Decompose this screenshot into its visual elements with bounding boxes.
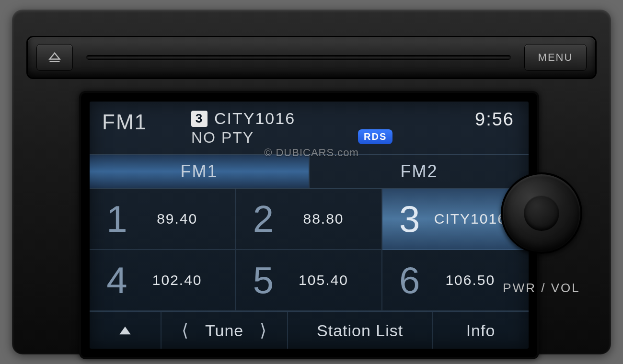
chevron-right-icon: ⟩ — [260, 320, 267, 341]
power-volume-label: PWR / VOL — [503, 281, 580, 296]
station-name: CITY1016 — [214, 109, 295, 128]
preset-number: 4 — [100, 259, 134, 302]
menu-button[interactable]: MENU — [524, 44, 587, 71]
touchscreen: FM1 3 CITY1016 NO PTY RDS 9:56 FM1 FM2 1 — [90, 102, 529, 349]
band-tabs: FM1 FM2 — [90, 154, 529, 189]
preset-value: 105.40 — [280, 272, 381, 288]
preset-grid: 1 89.40 2 88.80 3 CITY1016 4 102.40 5 — [90, 189, 529, 311]
preset-number: 5 — [246, 259, 280, 302]
tune-control[interactable]: ⟨ Tune ⟩ — [162, 312, 288, 349]
eject-button[interactable] — [36, 44, 73, 71]
preset-5[interactable]: 5 105.40 — [236, 250, 382, 311]
footer-bar: ⟨ Tune ⟩ Station List Info — [90, 311, 529, 349]
preset-number: 6 — [393, 259, 427, 302]
preset-number: 2 — [246, 197, 280, 241]
preset-value: 102.40 — [134, 272, 235, 288]
eject-icon — [48, 52, 61, 63]
status-header: FM1 3 CITY1016 NO PTY RDS 9:56 — [90, 102, 529, 154]
rds-badge: RDS — [358, 129, 392, 144]
preset-2[interactable]: 2 88.80 — [236, 189, 382, 250]
preset-value: 88.80 — [280, 211, 381, 227]
current-band-label: FM1 — [102, 110, 147, 134]
preset-1[interactable]: 1 89.40 — [90, 189, 236, 250]
top-control-panel: MENU — [26, 36, 597, 79]
pty-text: NO PTY — [191, 129, 295, 147]
preset-value: 89.40 — [134, 211, 235, 227]
tune-label: Tune — [205, 321, 243, 340]
preset-4[interactable]: 4 102.40 — [90, 250, 236, 311]
preset-number: 1 — [100, 197, 134, 241]
station-list-button[interactable]: Station List — [288, 312, 433, 349]
head-unit-frame: MENU FM1 3 CITY1016 NO PTY RDS 9:56 FM1 … — [12, 10, 611, 354]
cd-slot[interactable] — [86, 55, 511, 60]
triangle-up-icon — [118, 325, 132, 336]
power-volume-knob[interactable] — [501, 172, 582, 254]
svg-rect-0 — [50, 61, 60, 62]
preset-number: 3 — [393, 197, 427, 241]
scroll-up-button[interactable] — [90, 312, 162, 349]
station-meta: 3 CITY1016 NO PTY — [191, 109, 295, 147]
preset-number-badge: 3 — [191, 111, 208, 127]
chevron-left-icon: ⟨ — [182, 320, 189, 341]
screen-bezel: FM1 3 CITY1016 NO PTY RDS 9:56 FM1 FM2 1 — [79, 91, 539, 359]
tab-fm1[interactable]: FM1 — [90, 155, 309, 188]
volume-knob-zone: PWR / VOL — [491, 153, 592, 326]
clock: 9:56 — [475, 109, 514, 130]
